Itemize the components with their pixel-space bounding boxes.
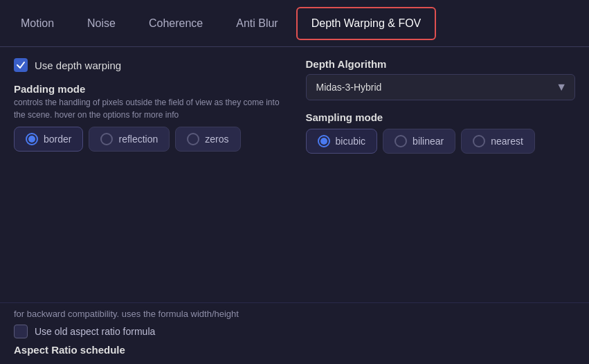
use-depth-warping-row: Use depth warping [14,58,284,72]
padding-border-label: border [44,134,71,145]
use-depth-warping-label: Use depth warping [35,60,121,71]
sampling-bicubic-circle [318,135,330,147]
tabs-bar: Motion Noise Coherence Anti Blur Depth W… [0,0,589,47]
sampling-mode-label: Sampling mode [306,111,576,123]
app-container: Motion Noise Coherence Anti Blur Depth W… [0,0,589,364]
depth-algorithm-label: Depth Algorithm [306,58,576,70]
sampling-bilinear-circle [395,135,407,147]
use-depth-warping-checkbox[interactable] [14,58,28,72]
padding-mode-title: Padding mode [14,83,284,95]
sampling-option-bilinear[interactable]: bilinear [383,129,455,154]
left-panel: Use depth warping Padding mode controls … [14,58,284,291]
padding-radio-group: border reflection zeros [14,127,284,152]
bottom-bar: for backward compatibility. uses the for… [0,302,589,364]
padding-zeros-circle [187,133,199,145]
tab-anti-blur[interactable]: Anti Blur [221,7,293,40]
tab-depth-warping[interactable]: Depth Warping & FOV [296,7,437,40]
content-area: Use depth warping Padding mode controls … [0,47,589,302]
depth-algorithm-section: Depth Algorithm Midas-3-Hybrid DPT-Large… [306,58,576,100]
sampling-radio-group: bicubic bilinear nearest [306,129,576,154]
sampling-bilinear-label: bilinear [413,136,444,147]
tab-noise[interactable]: Noise [72,7,131,40]
padding-reflection-label: reflection [118,134,158,145]
padding-mode-desc: controls the handling of pixels outside … [14,96,284,121]
padding-mode-section: Padding mode controls the handling of pi… [14,80,284,152]
padding-zeros-label: zeros [205,134,228,145]
tab-motion[interactable]: Motion [6,7,69,40]
padding-option-border[interactable]: border [14,127,83,152]
sampling-bicubic-label: bicubic [336,136,366,147]
padding-reflection-circle [100,133,113,145]
old-aspect-ratio-checkbox[interactable] [14,325,28,338]
compat-text: for backward compatibility. uses the for… [14,309,575,319]
aspect-ratio-schedule-title: Aspect Ratio schedule [14,344,575,356]
sampling-option-nearest[interactable]: nearest [461,129,535,154]
sampling-option-bicubic[interactable]: bicubic [306,129,378,154]
tab-coherence[interactable]: Coherence [134,7,218,40]
right-panel: Depth Algorithm Midas-3-Hybrid DPT-Large… [306,58,576,291]
sampling-nearest-label: nearest [491,136,523,147]
old-aspect-ratio-label: Use old aspect ratio formula [35,326,155,337]
depth-algorithm-select[interactable]: Midas-3-Hybrid DPT-Large AdaBins [306,74,576,100]
sampling-nearest-circle [473,135,485,147]
padding-option-reflection[interactable]: reflection [89,127,170,152]
sampling-mode-section: Sampling mode bicubic bilinear nearest [306,111,576,154]
depth-algorithm-dropdown-wrapper: Midas-3-Hybrid DPT-Large AdaBins ▼ [306,74,576,100]
padding-border-circle [26,133,38,145]
padding-option-zeros[interactable]: zeros [175,127,240,152]
old-aspect-ratio-row: Use old aspect ratio formula [14,325,575,338]
